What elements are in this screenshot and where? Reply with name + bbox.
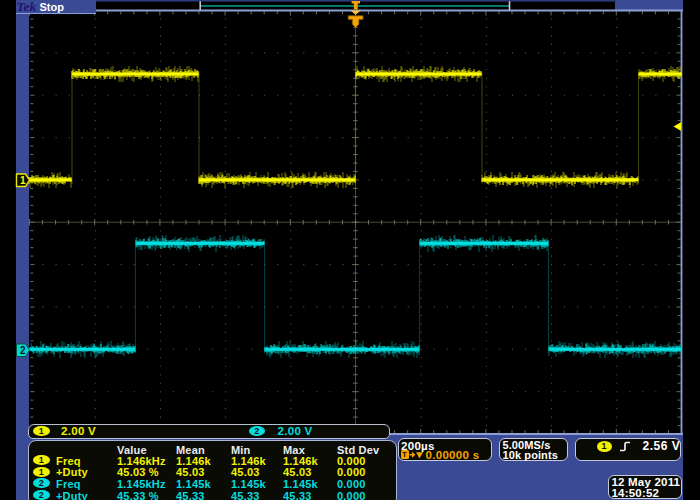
svg-text:2: 2 (20, 345, 26, 356)
svg-text:1: 1 (20, 175, 26, 186)
